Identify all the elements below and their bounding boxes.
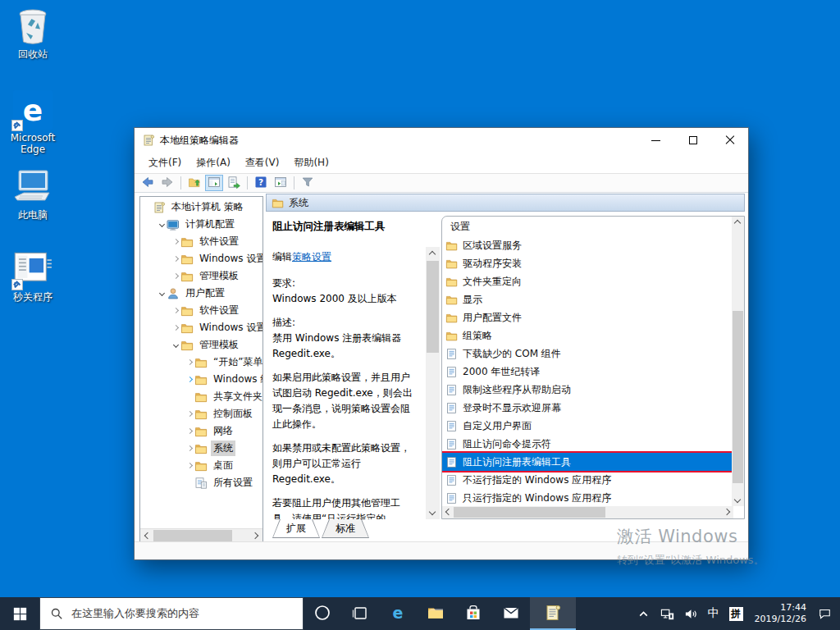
scrollbar-thumb[interactable] <box>733 311 743 483</box>
tree-item[interactable]: Windows 设置 <box>140 250 262 267</box>
settings-vertical-scrollbar[interactable] <box>732 217 744 506</box>
filter-button[interactable] <box>299 175 317 191</box>
tree-item[interactable]: 软件设置 <box>140 302 262 319</box>
tree-item[interactable]: 共享文件夹 <box>140 388 262 405</box>
minimize-button[interactable] <box>637 128 674 153</box>
expander-right-icon[interactable] <box>185 360 194 364</box>
menu-item[interactable]: 帮助(H) <box>286 153 336 173</box>
forward-button[interactable] <box>158 175 176 191</box>
settings-item[interactable]: 不运行指定的 Windows 应用程序 <box>442 471 732 489</box>
tree-item[interactable]: 软件设置 <box>140 233 262 250</box>
cortana-taskbar-button[interactable] <box>304 597 341 630</box>
tree-item[interactable]: 网络 <box>140 422 262 440</box>
recycle-bin-desktop-icon[interactable]: 回收站 <box>5 7 61 60</box>
tree-item[interactable]: Windows 组件 <box>140 371 262 388</box>
volume-icon[interactable] <box>679 597 703 630</box>
menu-item[interactable]: 文件(F) <box>141 153 189 173</box>
settings-item[interactable]: 区域设置服务 <box>442 236 732 254</box>
mail-taskbar-button[interactable] <box>492 597 530 630</box>
settings-item[interactable]: 文件夹重定向 <box>442 272 732 290</box>
window-titlebar[interactable]: 本地组策略编辑器 <box>135 128 748 153</box>
expander-down-icon[interactable] <box>171 343 180 347</box>
taskbar-search-box[interactable]: 在这里输入你要搜索的内容 <box>39 597 304 630</box>
tree-item[interactable]: 管理模板 <box>140 267 262 285</box>
scrollbar-thumb[interactable] <box>454 507 605 518</box>
settings-item[interactable]: 组策略 <box>442 326 732 345</box>
scrollbar-thumb[interactable] <box>427 261 439 353</box>
task-view-taskbar-button[interactable] <box>341 597 379 630</box>
menu-item[interactable]: 查看(V) <box>238 153 287 173</box>
settings-item[interactable]: 2000 年世纪转译 <box>442 363 732 381</box>
scroll-left-icon[interactable] <box>445 509 452 515</box>
tree-item[interactable]: 所有设置 <box>140 474 262 491</box>
tab-extended[interactable]: 扩展 <box>272 519 320 538</box>
ime-language-indicator[interactable]: 中 <box>703 597 724 630</box>
menu-item[interactable]: 操作(A) <box>189 153 238 173</box>
expander-down-icon[interactable] <box>157 222 167 226</box>
scrollbar-thumb[interactable] <box>153 530 232 542</box>
program-window-desktop-icon[interactable]: 秒关程序 <box>5 249 61 303</box>
store-taskbar-button[interactable] <box>454 597 492 630</box>
gpedit-taskbar-button[interactable] <box>530 597 576 630</box>
scroll-down-icon[interactable] <box>734 496 741 503</box>
tree-item[interactable]: “开始”菜单和任务栏 <box>140 354 262 371</box>
scroll-left-icon[interactable] <box>144 532 151 539</box>
expander-right-icon[interactable] <box>171 274 180 278</box>
scroll-right-icon[interactable] <box>724 509 730 515</box>
maximize-button[interactable] <box>674 128 711 153</box>
settings-item[interactable]: 驱动程序安装 <box>442 254 732 272</box>
settings-item[interactable]: 限制这些程序从帮助启动 <box>442 381 732 399</box>
tree-item[interactable]: 计算机配置 <box>140 216 262 233</box>
console-tree-button[interactable] <box>205 175 223 191</box>
settings-item[interactable]: 下载缺少的 COM 组件 <box>442 345 732 363</box>
new-window-button[interactable] <box>272 175 290 191</box>
expander-right-icon[interactable] <box>171 326 180 330</box>
settings-item[interactable]: 只运行指定的 Windows 应用程序 <box>442 489 732 506</box>
ime-mode-indicator[interactable]: 拼 <box>724 597 748 630</box>
settings-horizontal-scrollbar[interactable] <box>442 506 733 518</box>
tree-item[interactable]: 用户配置 <box>140 285 262 302</box>
settings-item[interactable]: 登录时不显示欢迎屏幕 <box>442 399 732 417</box>
expander-right-blue-icon[interactable] <box>185 377 194 381</box>
expander-right-icon[interactable] <box>185 446 194 450</box>
settings-item[interactable]: 显示 <box>442 290 732 308</box>
scroll-right-icon[interactable] <box>252 532 258 539</box>
tab-standard[interactable]: 标准 <box>322 519 369 538</box>
tree-horizontal-scrollbar[interactable] <box>140 528 262 542</box>
scroll-down-icon[interactable] <box>429 509 436 515</box>
settings-item[interactable]: 自定义用户界面 <box>442 417 732 435</box>
expander-right-icon[interactable] <box>185 463 194 468</box>
close-button[interactable] <box>711 128 748 153</box>
tray-overflow-button[interactable] <box>632 597 655 630</box>
action-center-button[interactable] <box>813 597 837 630</box>
tree-item[interactable]: 管理模板 <box>140 336 262 354</box>
expander-down-icon[interactable] <box>157 291 167 295</box>
tree-item[interactable]: 控制面板 <box>140 405 262 422</box>
scroll-up-icon[interactable] <box>429 251 436 258</box>
microsoft-edge-desktop-icon[interactable]: eMicrosoft Edge <box>5 90 61 155</box>
help-button[interactable]: ? <box>252 175 270 191</box>
tree-item[interactable]: 本地计算机 策略 <box>140 199 262 216</box>
tree-item[interactable]: Windows 设置 <box>140 319 262 336</box>
policy-setting-link[interactable]: 策略设置 <box>292 251 331 262</box>
settings-column-header[interactable]: 设置 <box>442 217 744 236</box>
expander-right-icon[interactable] <box>185 429 194 433</box>
start-button[interactable] <box>0 597 39 630</box>
file-explorer-taskbar-button[interactable] <box>417 597 454 630</box>
tree-item[interactable]: 系统 <box>140 440 262 457</box>
edge-taskbar-button[interactable]: e <box>379 597 417 630</box>
expander-right-icon[interactable] <box>171 257 180 261</box>
settings-item[interactable]: 阻止访问命令提示符 <box>442 435 732 453</box>
folder-up-button[interactable] <box>185 175 203 191</box>
expander-right-icon[interactable] <box>171 240 180 244</box>
scroll-up-icon[interactable] <box>734 220 741 226</box>
network-icon[interactable] <box>655 597 679 630</box>
expander-right-icon[interactable] <box>171 308 180 313</box>
settings-item-selected[interactable]: 阻止访问注册表编辑工具 <box>442 453 732 471</box>
back-button[interactable] <box>139 175 157 191</box>
expander-right-icon[interactable] <box>185 412 194 416</box>
export-list-button[interactable] <box>225 175 243 191</box>
description-scrollbar[interactable] <box>426 247 440 519</box>
taskbar-clock[interactable]: 17:44 2019/12/26 <box>748 602 813 625</box>
tree-item[interactable]: 桌面 <box>140 457 262 474</box>
